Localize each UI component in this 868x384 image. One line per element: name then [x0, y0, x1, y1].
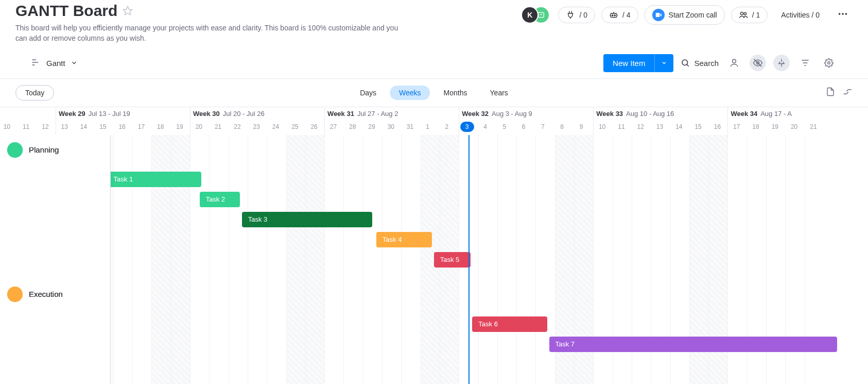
pin-icon [777, 58, 786, 68]
svg-point-10 [682, 60, 688, 65]
robot-icon [609, 10, 618, 20]
gantt-chart[interactable]: Jul 12Week 29Jul 13 - Jul 19Week 30Jul 2… [0, 107, 868, 384]
view-switcher[interactable]: Gantt [31, 57, 78, 69]
day-label: 17 [138, 122, 145, 132]
star-icon[interactable] [123, 2, 133, 20]
day-label: 22 [234, 122, 240, 132]
hide-columns-button[interactable] [750, 55, 766, 71]
new-item-group: New Item [603, 54, 673, 72]
pin-button[interactable] [773, 55, 790, 71]
scale-option-weeks[interactable]: Weeks [390, 86, 430, 100]
page-description: This board will help you efficiently man… [15, 23, 407, 44]
day-label: 1 [426, 122, 429, 132]
task-bar[interactable]: Task 3 [242, 212, 373, 227]
day-label: 6 [522, 122, 526, 132]
settings-button[interactable] [821, 55, 837, 71]
zoom-chip[interactable]: Start Zoom call [645, 5, 725, 25]
gear-icon [824, 58, 834, 68]
day-label: 5 [502, 122, 506, 132]
avatar-stack[interactable]: K [522, 7, 549, 23]
week-header: Week 29Jul 13 - Jul 19 [59, 107, 130, 121]
group-name: Planning [29, 145, 59, 154]
svg-rect-2 [611, 13, 617, 18]
day-label: 21 [215, 122, 221, 132]
group-name: Execution [29, 290, 63, 298]
svg-point-9 [845, 13, 847, 15]
plug-icon [566, 10, 575, 20]
scale-option-days[interactable]: Days [351, 86, 386, 100]
scale-options: DaysWeeksMonthsYears [351, 86, 517, 100]
week-header: Week 30Jul 20 - Jul 26 [193, 107, 265, 121]
task-bar[interactable]: Task 2 [200, 192, 240, 207]
week-header: Week 33Aug 10 - Aug 16 [596, 107, 674, 121]
filter-button[interactable] [797, 55, 813, 71]
task-bar[interactable]: Task 7 [549, 337, 838, 352]
new-item-button[interactable]: New Item [603, 54, 654, 72]
header-actions: K / 0 / 4 Start Zoom call / [522, 5, 853, 25]
export-button[interactable] [826, 87, 835, 98]
person-filter-button[interactable] [726, 55, 742, 71]
task-bar[interactable]: Task 1 [108, 172, 202, 187]
day-label: 13 [656, 122, 663, 132]
day-label: 10 [599, 122, 605, 132]
day-today: 3 [460, 122, 474, 132]
day-label: 28 [349, 122, 356, 132]
svg-point-3 [612, 15, 613, 16]
task-bar[interactable]: Task 4 [376, 232, 432, 247]
today-button[interactable]: Today [15, 85, 54, 101]
gantt-icon [31, 57, 41, 69]
day-label: 11 [618, 122, 624, 132]
filter-icon [801, 58, 810, 68]
svg-point-5 [740, 12, 743, 14]
scale-option-years[interactable]: Years [481, 86, 517, 100]
day-label: 29 [368, 122, 375, 132]
collapse-button[interactable] [842, 87, 853, 99]
scale-option-months[interactable]: Months [435, 86, 477, 100]
more-menu-icon[interactable] [833, 6, 853, 24]
svg-point-4 [614, 15, 615, 16]
collapse-icon [842, 87, 853, 97]
day-label: 31 [407, 122, 413, 132]
day-label: 11 [23, 122, 29, 132]
day-label: 10 [4, 122, 10, 132]
search-label: Search [694, 59, 719, 68]
automations-chip[interactable]: / 4 [601, 7, 638, 23]
group-row[interactable]: Execution [7, 287, 63, 302]
day-label: 16 [714, 122, 721, 132]
zoom-icon [652, 9, 665, 21]
chip-text: Activities / 0 [781, 11, 820, 19]
day-label: 30 [388, 122, 394, 132]
search-button[interactable]: Search [681, 58, 719, 68]
svg-point-6 [744, 13, 747, 15]
day-label: 8 [560, 122, 564, 132]
task-bar[interactable]: Task 6 [472, 316, 547, 332]
document-icon [826, 87, 835, 96]
integrations-chip[interactable]: / 0 [558, 7, 595, 23]
chip-text: / 4 [622, 11, 631, 19]
day-label: 14 [675, 122, 682, 132]
day-label: 12 [42, 122, 48, 132]
day-label: 18 [157, 122, 164, 132]
members-chip[interactable]: / 1 [731, 7, 768, 23]
day-label: 15 [695, 122, 701, 132]
activities-link[interactable]: Activities / 0 [774, 8, 827, 22]
new-item-caret[interactable] [654, 54, 673, 72]
day-label: 18 [752, 122, 759, 132]
person-icon [729, 58, 739, 68]
day-label: 19 [772, 122, 778, 132]
day-label: 24 [272, 122, 279, 132]
group-row[interactable]: Planning [7, 142, 59, 158]
task-bar[interactable]: Task 5 [434, 252, 471, 268]
day-label: 20 [791, 122, 797, 132]
svg-marker-0 [124, 7, 132, 15]
day-label: 25 [291, 122, 298, 132]
day-label: 26 [310, 122, 317, 132]
chip-text: / 1 [752, 11, 760, 19]
day-label: 12 [637, 122, 644, 132]
page-title: GANTT Board [15, 2, 117, 20]
day-label: 16 [118, 122, 125, 132]
day-label: 17 [733, 122, 740, 132]
day-label: 20 [196, 122, 202, 132]
day-label: 19 [176, 122, 183, 132]
search-icon [681, 58, 690, 68]
